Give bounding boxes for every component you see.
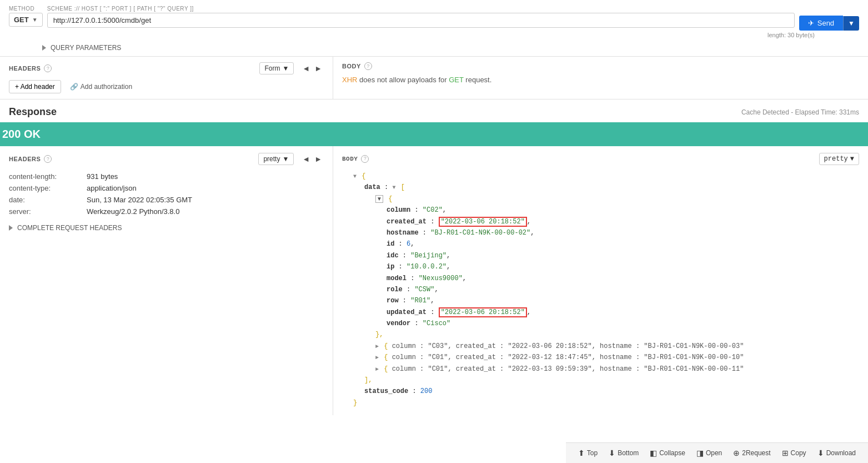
query-params-label: QUERY PARAMETERS: [51, 44, 121, 52]
table-row: server: Werkzeug/2.0.2 Python/3.8.0: [9, 206, 324, 217]
body-message: XHR does not allow payloads for GET requ…: [342, 76, 859, 84]
resp-headers-label: HEADERS: [9, 156, 41, 162]
url-input[interactable]: [47, 13, 795, 28]
complete-req-triangle-icon: [9, 225, 13, 231]
form-select[interactable]: Form ▼: [259, 62, 294, 74]
form-label: Form: [264, 64, 280, 72]
json-line-data: data : ▼ [: [342, 182, 859, 193]
resp-nav-right-button[interactable]: ►: [313, 155, 324, 163]
resp-body-chevron-icon: ▼: [850, 155, 854, 163]
response-panels-row: HEADERS ? pretty ▼ ◄ ► content-length: 9…: [0, 146, 868, 415]
resp-headers-header: HEADERS ? pretty ▼ ◄ ►: [9, 153, 324, 165]
table-row: content-type: application/json: [9, 182, 324, 194]
send-icon: ✈: [808, 19, 814, 27]
xhr-text: XHR: [342, 76, 357, 84]
resp-nav-left-button[interactable]: ◄: [300, 155, 312, 163]
method-label: METHOD: [9, 6, 43, 12]
json-line-id: id : 6,: [342, 238, 859, 250]
json-collapse-item0-button[interactable]: ▼: [375, 195, 383, 203]
json-expand-data[interactable]: ▼: [392, 185, 395, 191]
resp-body-help-icon: ?: [361, 155, 369, 163]
table-row: content-length: 931 bytes: [9, 171, 324, 182]
headers-help-icon: ?: [44, 64, 52, 72]
json-line-root-open: ▼ {: [342, 171, 859, 182]
response-section: Response Cache Detected - Elapsed Time: …: [0, 99, 868, 118]
json-line-data-close: ],: [342, 375, 859, 386]
resp-headers-help-icon: ?: [44, 155, 52, 163]
json-line-ip: ip : "10.0.0.2",: [342, 261, 859, 272]
add-auth-button[interactable]: 🔗 Add authorization: [66, 81, 137, 93]
resp-headers-panel: HEADERS ? pretty ▼ ◄ ► content-length: 9…: [0, 146, 333, 415]
json-line-item0-close: },: [342, 329, 859, 340]
response-header-row: Response Cache Detected - Elapsed Time: …: [9, 106, 859, 118]
nav-left-button[interactable]: ◄: [300, 64, 312, 73]
headers-panel-header: HEADERS ? Form ▼ ◄ ►: [9, 62, 324, 74]
json-line-updated-at: updated_at : "2022-03-06 20:18:52",: [342, 307, 859, 318]
body-msg-mid: does not allow payloads for: [359, 76, 449, 84]
resp-headers-pretty-select[interactable]: pretty ▼: [258, 153, 294, 165]
resp-body-pretty-select[interactable]: pretty ▼: [819, 153, 859, 165]
updated-at-highlight: "2022-03-06 20:18:52": [439, 307, 527, 317]
json-line-item2: ► { column : "C01", created_at : "2022-0…: [342, 352, 859, 363]
json-line-model: model : "Nexus9000",: [342, 273, 859, 284]
json-expand-item1[interactable]: ►: [375, 343, 379, 350]
response-title: Response: [9, 106, 57, 118]
resp-headers-table: content-length: 931 bytes content-type: …: [9, 171, 324, 217]
json-line-item3: ► { column : "C01", created_at : "2022-0…: [342, 364, 859, 375]
json-line-hostname: hostname : "BJ-R01-C01-N9K-00-00-02",: [342, 227, 859, 238]
json-line-status-code: status_code : 200: [342, 386, 859, 397]
get-text: GET: [449, 76, 464, 84]
content-type-val: application/json: [87, 182, 324, 194]
resp-body-panel: BODY ? pretty ▼ ▼ { data : ▼ [ ▼: [333, 146, 868, 415]
url-section: SCHEME :// HOST [ ":" PORT ] [ PATH [ "?…: [47, 6, 795, 28]
json-line-vendor: vendor : "Cisco": [342, 318, 859, 329]
json-body: ▼ { data : ▼ [ ▼ { column : "C02", cr: [342, 171, 859, 409]
request-area: METHOD GET ▼ SCHEME :// HOST [ ":" PORT …: [0, 0, 868, 57]
headers-panel: HEADERS ? Form ▼ ◄ ► + Add header 🔗 Add …: [0, 57, 333, 99]
json-expand-item3[interactable]: ►: [375, 366, 379, 372]
complete-req-label: COMPLETE REQUEST HEADERS: [17, 224, 122, 232]
add-header-label: + Add header: [15, 83, 55, 91]
send-section: ✈ Send ▼: [799, 16, 859, 31]
content-length-key: content-length:: [9, 171, 87, 182]
send-label: Send: [817, 19, 834, 27]
add-auth-label: Add authorization: [81, 83, 132, 91]
send-button[interactable]: ✈ Send: [799, 16, 843, 31]
add-header-button[interactable]: + Add header: [9, 80, 61, 93]
resp-panel-nav: ◄ ►: [300, 155, 324, 163]
json-line-row: row : "R01",: [342, 295, 859, 306]
complete-req-headers-toggle[interactable]: COMPLETE REQUEST HEADERS: [9, 224, 324, 232]
resp-body-header: BODY ? pretty ▼: [342, 153, 859, 165]
panel-nav: ◄ ►: [300, 64, 324, 73]
date-key: date:: [9, 194, 87, 206]
content-type-key: content-type:: [9, 182, 87, 194]
resp-body-pretty-label: pretty: [824, 155, 848, 163]
query-params-toggle[interactable]: QUERY PARAMETERS: [9, 41, 859, 56]
body-label: BODY: [342, 63, 361, 69]
length-text: length: 30 byte(s): [9, 32, 859, 38]
server-val: Werkzeug/2.0.2 Python/3.8.0: [87, 206, 324, 217]
json-line-idc: idc : "Beijing",: [342, 250, 859, 261]
json-line-item1: ► { column : "C03", created_at : "2022-0…: [342, 341, 859, 352]
server-key: server:: [9, 206, 87, 217]
json-expand-root[interactable]: ▼: [353, 173, 357, 180]
json-line-item0-open: ▼ {: [342, 193, 859, 205]
json-line-root-close: }: [342, 397, 859, 409]
json-expand-item2[interactable]: ►: [375, 355, 379, 361]
headers-label: HEADERS: [9, 65, 41, 72]
form-chevron-icon: ▼: [282, 64, 289, 72]
json-line-column: column : "C02",: [342, 205, 859, 216]
headers-actions: + Add header 🔗 Add authorization: [9, 80, 324, 93]
resp-body-label: BODY: [342, 156, 358, 162]
body-panel: BODY ? XHR does not allow payloads for G…: [333, 57, 868, 99]
body-panel-header: BODY ?: [342, 62, 859, 70]
content-length-val: 931 bytes: [87, 171, 324, 182]
headers-body-row: HEADERS ? Form ▼ ◄ ► + Add header 🔗 Add …: [0, 57, 868, 99]
elapsed-text: Cache Detected - Elapsed Time: 331ms: [741, 108, 859, 116]
nav-right-button[interactable]: ►: [313, 64, 324, 73]
method-section: METHOD GET ▼: [9, 6, 43, 27]
send-dropdown-button[interactable]: ▼: [843, 16, 859, 31]
json-line-created-at: created_at : "2022-03-06 20:18:52",: [342, 216, 859, 227]
body-help-icon: ?: [364, 62, 372, 70]
method-select[interactable]: GET ▼: [9, 13, 43, 27]
